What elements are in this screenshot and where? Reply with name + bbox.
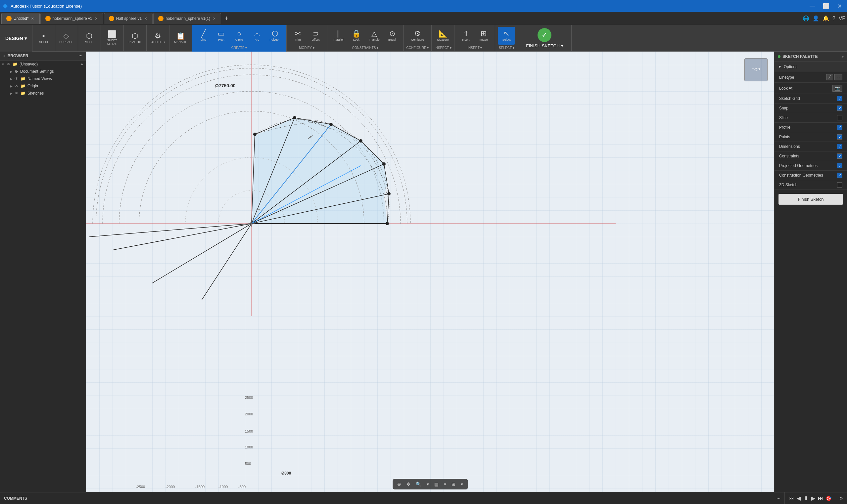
settings-gear-icon[interactable]: ⚙	[840, 496, 843, 501]
browser-item-root[interactable]: ▼ 👁 📁 (Unsaved) ●	[0, 60, 86, 68]
points-label: Points	[779, 134, 790, 139]
browser-item-doc-settings[interactable]: ▶ ⚙ Document Settings	[0, 68, 86, 75]
comments-section[interactable]: COMMENTS ⋯	[0, 492, 785, 504]
palette-expand-icon[interactable]: »	[841, 54, 844, 59]
linetype-btn1[interactable]: ╱	[826, 74, 833, 80]
lookat-label: Look At	[779, 86, 792, 91]
playback-prev[interactable]: ◀	[797, 495, 801, 501]
constraints-checkbox[interactable]	[837, 154, 842, 159]
comments-toggle[interactable]: ⋯	[777, 496, 780, 501]
lookat-btn[interactable]: 📷	[832, 85, 842, 92]
tab-close-hobermann1[interactable]: ×	[94, 16, 98, 21]
browser-item-named-views[interactable]: ▶ 👁 📁 Named Views	[0, 75, 86, 82]
sketch-grid-checkbox[interactable]	[837, 96, 842, 101]
tab-hobermann2[interactable]: hobermann_sphere v1(1) ×	[153, 13, 221, 24]
toolbar-section-select: ↖Select SELECT ▾	[495, 25, 518, 52]
tb-measure[interactable]: 📐Measure	[434, 27, 451, 44]
tab-close-untitled[interactable]: ×	[31, 16, 34, 21]
linetype-btn2[interactable]: - -	[834, 74, 842, 80]
canvas-tool-orbit[interactable]: ⊕	[395, 480, 403, 488]
tb-manage-mode[interactable]: 📋MANAGE	[172, 30, 189, 47]
minimize-button[interactable]: —	[807, 2, 817, 10]
canvas-tool-grid-vis[interactable]: ⊞	[449, 480, 457, 488]
playback-next[interactable]: ▶	[811, 495, 815, 501]
tb-solid-mode[interactable]: ▪SOLID	[35, 30, 52, 47]
globe-icon: 🌐	[803, 15, 809, 21]
dimensions-checkbox[interactable]	[837, 144, 842, 149]
browser-header: « BROWSER ⋯	[0, 52, 86, 60]
main-layout: « BROWSER ⋯ ▼ 👁 📁 (Unsaved) ● ▶ ⚙ Docume…	[0, 52, 847, 492]
eye-icon-origin[interactable]: 👁	[15, 84, 19, 88]
design-dropdown[interactable]: DESIGN ▾	[0, 25, 32, 52]
tb-plastic-mode[interactable]: ⬡PLASTIC	[126, 30, 144, 47]
finish-sketch-button[interactable]: ✓ FINISH SKETCH ▾	[521, 25, 568, 52]
tab-hobermann1[interactable]: hobermann_sphere v1 ×	[40, 13, 103, 24]
profile-label: Profile	[779, 125, 790, 130]
tb-insert1[interactable]: ⇧Insert	[457, 27, 474, 44]
tb-insert2[interactable]: ⊞Image	[475, 27, 492, 44]
settings-section[interactable]: ⚙	[835, 492, 847, 504]
playback-end[interactable]: ⏭	[818, 496, 823, 501]
slice-checkbox[interactable]	[837, 115, 842, 120]
playback-pause[interactable]: ⏸	[803, 496, 809, 501]
canvas-tool-pan[interactable]: ✥	[404, 480, 412, 488]
palette-option-lookat: Look At 📷	[775, 83, 847, 94]
browser-panel: « BROWSER ⋯ ▼ 👁 📁 (Unsaved) ● ▶ ⚙ Docume…	[0, 52, 86, 492]
tb-mesh-mode[interactable]: ⬡MESH	[81, 30, 98, 47]
maximize-button[interactable]: ⬜	[820, 2, 832, 10]
browser-item-sketches[interactable]: ▶ 👁 📁 Sketches	[0, 90, 86, 97]
tab-close-hobermann2[interactable]: ×	[212, 16, 216, 21]
canvas-tool-grid-dropdown[interactable]: ▾	[459, 480, 465, 488]
tab-untitled[interactable]: Untitled* ×	[1, 13, 40, 24]
tb-rect[interactable]: ▭Rect	[213, 27, 230, 44]
visibility-eye[interactable]: 👁	[6, 62, 11, 67]
browser-menu-icon[interactable]: ⋯	[79, 54, 82, 58]
profile-checkbox[interactable]	[837, 125, 842, 130]
eye-icon-sketches[interactable]: 👁	[15, 91, 19, 95]
tb-select[interactable]: ↖Select	[498, 27, 515, 44]
tab-right-icons: 🌐 👤 🔔 ? VP	[803, 15, 846, 21]
tb-triangle[interactable]: △Triangle	[366, 27, 383, 44]
points-checkbox[interactable]	[837, 134, 842, 140]
tb-sheetmetal-mode[interactable]: ⬜SHEET METAL	[104, 30, 121, 47]
new-tab-button[interactable]: +	[222, 15, 231, 22]
tb-circle2[interactable]: ⊙Equal	[384, 27, 401, 44]
canvas-area[interactable]: Ø7750.00 2500 2000 1500 1000 500 -2500 -…	[86, 52, 774, 492]
finish-sketch-palette-button[interactable]: Finish Sketch	[778, 194, 843, 205]
snap-checkbox[interactable]	[837, 106, 842, 111]
canvas-tool-zoom-dropdown[interactable]: ▾	[425, 480, 431, 488]
playback-start[interactable]: ⏮	[789, 496, 794, 501]
constraints-label: Constraints	[779, 154, 799, 158]
close-button[interactable]: ✕	[835, 2, 844, 10]
tb-offset[interactable]: ⊃Offset	[307, 27, 324, 44]
tb-line[interactable]: ╱Line	[195, 27, 212, 44]
named-views-label: Named Views	[28, 76, 52, 81]
tb-lock[interactable]: 🔒Lock	[348, 27, 365, 44]
options-arrow: ▼	[778, 65, 782, 69]
tb-configure[interactable]: ⚙Configure	[409, 27, 426, 44]
app-title: Autodesk Fusion (Education License)	[11, 4, 82, 8]
3d-sketch-checkbox[interactable]	[837, 182, 842, 187]
insert-label: INSERT ▾	[467, 46, 482, 50]
canvas-tool-display-dropdown[interactable]: ▾	[442, 480, 448, 488]
construction-geometries-checkbox[interactable]	[837, 173, 842, 178]
tb-trim[interactable]: ✂Trim	[289, 27, 307, 44]
tb-surface-mode[interactable]: ◇SURFACE	[58, 30, 75, 47]
canvas-tool-display[interactable]: ▤	[432, 480, 440, 488]
projected-geometries-checkbox[interactable]	[837, 163, 842, 168]
palette-dot	[778, 55, 780, 58]
toolbar-section-modify: ✂Trim ⊃Offset MODIFY ▾	[287, 25, 327, 52]
browser-item-origin[interactable]: ▶ 👁 📁 Origin	[0, 82, 86, 90]
canvas-tool-zoom[interactable]: 🔍	[414, 480, 424, 488]
eye-icon-views[interactable]: 👁	[15, 76, 19, 81]
tb-utilities-mode[interactable]: ⚙UTILITIES	[149, 30, 167, 47]
tb-constraint1[interactable]: ∥Parallel	[330, 27, 347, 44]
palette-section-options[interactable]: ▼ Options	[775, 62, 847, 72]
tb-poly[interactable]: ⬡Polygon	[266, 27, 284, 44]
measure-icon: 📐	[438, 30, 448, 37]
timeline-marker-icon: 🎯	[826, 496, 831, 501]
tab-half-sphere[interactable]: Half sphere v1 ×	[104, 13, 153, 24]
tb-circle[interactable]: ○Circle	[231, 27, 248, 44]
tb-arc[interactable]: ⌓Arc	[248, 27, 266, 44]
tab-close-half-sphere[interactable]: ×	[144, 16, 148, 21]
